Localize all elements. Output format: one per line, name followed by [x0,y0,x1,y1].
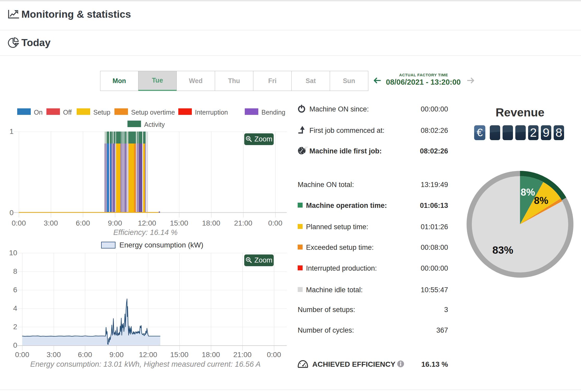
svg-text:z: z [305,146,307,149]
svg-text:z: z [307,146,308,148]
